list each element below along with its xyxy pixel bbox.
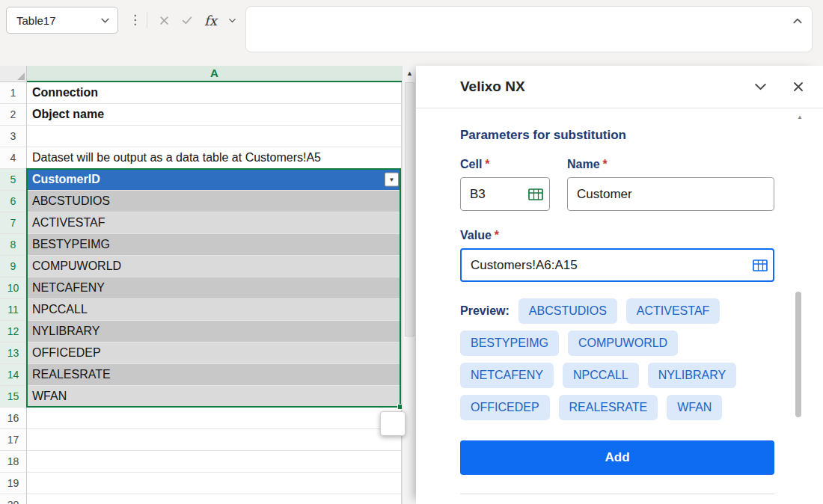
row-header-13[interactable]: 13 bbox=[0, 342, 27, 364]
quick-analysis-button[interactable] bbox=[380, 411, 406, 436]
row-header-14[interactable]: 14 bbox=[0, 364, 27, 386]
cell-A12[interactable]: NYLIBRARY bbox=[27, 321, 402, 342]
cell-A11[interactable]: NPCCALL bbox=[27, 299, 402, 321]
grid-row: 1Connection bbox=[0, 82, 402, 104]
filter-dropdown-button[interactable]: ▼ bbox=[385, 173, 399, 187]
value-input[interactable] bbox=[460, 248, 774, 282]
row-header-20[interactable]: 20 bbox=[0, 494, 27, 504]
cell-A16[interactable] bbox=[27, 408, 402, 429]
cell-text: NETCAFENY bbox=[32, 281, 105, 295]
grid-row: 8BESTYPEIMG bbox=[0, 234, 402, 256]
cell-A18[interactable] bbox=[27, 451, 402, 473]
cell-text: REALESRATE bbox=[32, 368, 111, 381]
divider bbox=[460, 494, 774, 494]
name-box[interactable]: Table17 bbox=[6, 7, 118, 34]
name-field-label: Name* bbox=[567, 158, 774, 171]
cell-text: Object name bbox=[32, 108, 104, 121]
cell-text: ABCSTUDIOS bbox=[32, 194, 110, 208]
cell-A13[interactable]: OFFICEDEP bbox=[27, 342, 402, 364]
cell-A19[interactable] bbox=[27, 473, 402, 494]
panel-scrollbar-thumb[interactable] bbox=[795, 292, 801, 417]
row-header-9[interactable]: 9 bbox=[0, 256, 27, 277]
row-header-19[interactable]: 19 bbox=[0, 473, 27, 494]
grid-body: 1Connection2Object name34Dataset will be… bbox=[0, 82, 402, 504]
formula-bar[interactable] bbox=[245, 6, 813, 52]
chevron-down-icon[interactable] bbox=[753, 80, 768, 94]
chevron-up-icon[interactable] bbox=[792, 16, 803, 26]
cell-text: Dataset will be output as a data table a… bbox=[32, 151, 321, 165]
row-header-4[interactable]: 4 bbox=[0, 147, 27, 169]
formula-input[interactable] bbox=[255, 11, 779, 32]
row-header-3[interactable]: 3 bbox=[0, 126, 27, 147]
row-header-5[interactable]: 5 bbox=[0, 169, 27, 191]
range-picker-icon[interactable] bbox=[753, 259, 768, 271]
row-header-6[interactable]: 6 bbox=[0, 191, 27, 212]
cell-A17[interactable] bbox=[27, 429, 402, 451]
cell-A9[interactable]: COMPUWORLD bbox=[27, 256, 402, 277]
column-header-row: A bbox=[0, 66, 402, 82]
chevron-down-icon[interactable] bbox=[228, 16, 236, 25]
scroll-up-icon[interactable]: ▲ bbox=[403, 66, 417, 81]
cell-text: Connection bbox=[32, 86, 98, 99]
more-options-icon[interactable]: ⋮ bbox=[129, 12, 141, 28]
value-field: Value* bbox=[460, 229, 774, 282]
name-field: Name* bbox=[567, 158, 774, 211]
cell-text: WFAN bbox=[32, 390, 67, 403]
cell-A14[interactable]: REALESRATE bbox=[27, 364, 402, 386]
range-picker-icon[interactable] bbox=[528, 188, 543, 200]
label-text: Name bbox=[567, 158, 600, 170]
required-mark: * bbox=[603, 158, 608, 170]
close-icon[interactable] bbox=[792, 80, 805, 93]
row-header-18[interactable]: 18 bbox=[0, 451, 27, 473]
row-header-1[interactable]: 1 bbox=[0, 82, 27, 104]
row-header-12[interactable]: 12 bbox=[0, 321, 27, 342]
cell-field: Cell* bbox=[460, 158, 550, 211]
enter-check-icon[interactable] bbox=[181, 14, 193, 26]
cell-A15[interactable]: WFAN bbox=[27, 386, 402, 408]
preview-chip: NYLIBRARY bbox=[648, 363, 736, 388]
name-input[interactable] bbox=[567, 177, 774, 211]
chevron-down-icon bbox=[100, 16, 110, 25]
row-header-10[interactable]: 10 bbox=[0, 277, 27, 299]
sheet-scrollbar[interactable]: ▲ bbox=[402, 66, 417, 504]
grid-row: 15WFAN bbox=[0, 386, 402, 408]
grid-row: 16 bbox=[0, 408, 402, 429]
grid-row: 9COMPUWORLD bbox=[0, 256, 402, 277]
row-header-16[interactable]: 16 bbox=[0, 408, 27, 429]
cell-A4[interactable]: Dataset will be output as a data table a… bbox=[27, 147, 402, 169]
cell-text: NYLIBRARY bbox=[32, 325, 100, 338]
scroll-up-icon[interactable]: ▲ bbox=[797, 114, 803, 120]
cell-field-label: Cell* bbox=[460, 158, 550, 171]
column-header-A[interactable]: A bbox=[27, 66, 402, 82]
cell-A10[interactable]: NETCAFENY bbox=[27, 277, 402, 299]
row-header-15[interactable]: 15 bbox=[0, 386, 27, 408]
row-header-2[interactable]: 2 bbox=[0, 104, 27, 126]
insert-function-icon[interactable]: fx bbox=[204, 13, 217, 28]
row-header-11[interactable]: 11 bbox=[0, 299, 27, 321]
cell-A2[interactable]: Object name bbox=[27, 104, 402, 126]
grid-row: 17 bbox=[0, 429, 402, 451]
cell-A8[interactable]: BESTYPEIMG bbox=[27, 234, 402, 256]
grid-row: 2Object name bbox=[0, 104, 402, 126]
cell-text: COMPUWORLD bbox=[32, 259, 121, 273]
grid-row: 3 bbox=[0, 126, 402, 147]
excel-window: Table17 ⋮ fx bbox=[0, 0, 823, 504]
panel-header: Velixo NX bbox=[416, 66, 823, 108]
row-header-8[interactable]: 8 bbox=[0, 234, 27, 256]
cell-A20[interactable] bbox=[27, 494, 402, 504]
cell-A6[interactable]: ABCSTUDIOS bbox=[27, 191, 402, 212]
select-all-corner[interactable] bbox=[0, 66, 27, 82]
add-button[interactable]: Add bbox=[460, 440, 774, 475]
label-text: Cell bbox=[460, 158, 482, 170]
cell-A7[interactable]: ACTIVESTAF bbox=[27, 212, 402, 234]
grid-row: 14REALESRATE bbox=[0, 364, 402, 386]
preview-chips-row: Preview: ABCSTUDIOSACTIVESTAFBESTYPEIMGC… bbox=[460, 298, 753, 420]
grid-row: 6ABCSTUDIOS bbox=[0, 191, 402, 212]
cell-A3[interactable] bbox=[27, 126, 402, 147]
row-header-7[interactable]: 7 bbox=[0, 212, 27, 234]
row-header-17[interactable]: 17 bbox=[0, 429, 27, 451]
cancel-icon[interactable] bbox=[159, 15, 170, 26]
cell-A5[interactable]: CustomerID▼ bbox=[27, 169, 402, 191]
cell-A1[interactable]: Connection bbox=[27, 82, 402, 104]
scrollbar-thumb[interactable] bbox=[405, 82, 414, 336]
